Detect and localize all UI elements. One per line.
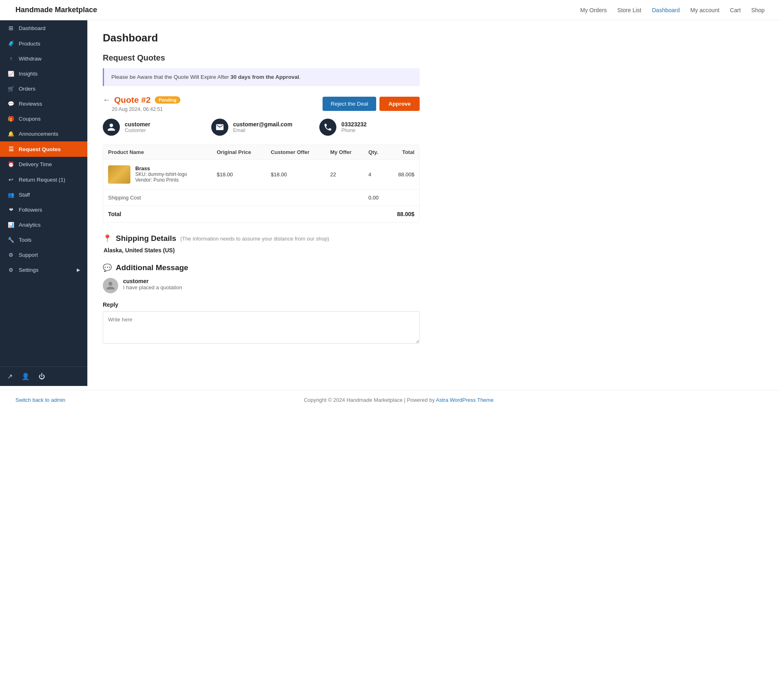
customer-phone-text: 03323232 Phone (341, 121, 366, 133)
dashboard-icon: ⊞ (7, 25, 15, 31)
col-my-offer: My Offer (325, 145, 364, 160)
approve-button[interactable]: Approve (379, 97, 420, 111)
nav-my-account[interactable]: My account (690, 7, 719, 13)
insights-icon: 📈 (7, 71, 15, 77)
tools-icon: 🔧 (7, 237, 15, 243)
header-nav: My Orders Store List Dashboard My accoun… (580, 7, 765, 13)
nav-dashboard[interactable]: Dashboard (652, 7, 680, 13)
sidebar-item-return-request[interactable]: ↩ Return Request (1) (0, 172, 87, 187)
announcements-icon: 🔔 (7, 131, 15, 137)
return-request-icon: ↩ (7, 176, 15, 183)
col-total: Total (388, 145, 419, 160)
sidebar-item-support[interactable]: ⚙ Support (0, 247, 87, 262)
reply-textarea[interactable] (103, 311, 420, 344)
reviews-icon: 💬 (7, 101, 15, 107)
message-author-row: customer I have placed a quotation (103, 278, 420, 293)
orders-icon: 🛒 (7, 86, 15, 92)
page-title: Dashboard (103, 32, 765, 44)
sidebar-item-staff[interactable]: 👥 Staff (0, 187, 87, 202)
back-button[interactable]: ← (103, 96, 110, 104)
shipping-cost-row: Shipping Cost 0.00 (103, 190, 419, 206)
sidebar-item-orders[interactable]: 🛒 Orders (0, 81, 87, 96)
coupons-icon: 🎁 (7, 116, 15, 122)
my-offer-cell: 22 (325, 160, 364, 190)
message-avatar (103, 278, 118, 293)
product-name: Brass (135, 165, 187, 171)
product-details: Brass SKU: dummy-tshirt-logo Vendor: Pun… (135, 165, 187, 183)
reply-section: Reply (103, 301, 420, 345)
shipping-location: Alaska, United States (US) (104, 247, 420, 254)
sidebar-item-products[interactable]: 🧳 Products (0, 36, 87, 51)
support-icon: ⚙ (7, 252, 15, 258)
sidebar-item-announcements[interactable]: 🔔 Announcements (0, 126, 87, 141)
shipping-label: Shipping Cost (103, 190, 364, 206)
shipping-details-section: 📍 Shipping Details (The information need… (103, 234, 420, 254)
message-title: Additional Message (116, 263, 188, 272)
nav-my-orders[interactable]: My Orders (580, 7, 607, 13)
quote-action-buttons: Reject the Deal Approve (323, 97, 420, 111)
sidebar-item-delivery-time[interactable]: ⏰ Delivery Time (0, 157, 87, 172)
request-quotes-panel: Request Quotes Please be Aware that the … (103, 53, 420, 345)
total-label: Total (103, 206, 364, 223)
settings-arrow-icon: ▶ (77, 267, 80, 273)
shipping-heading: 📍 Shipping Details (The information need… (103, 234, 420, 243)
sidebar-item-followers[interactable]: ❤ Followers (0, 202, 87, 217)
col-customer-offer: Customer Offer (266, 145, 325, 160)
quote-title: Quote #2 (114, 95, 151, 105)
message-icon: 💬 (103, 263, 112, 272)
nav-store-list[interactable]: Store List (618, 7, 641, 13)
table-row: Brass SKU: dummy-tshirt-logo Vendor: Pun… (103, 160, 419, 190)
customer-phone-card: 03323232 Phone (319, 119, 420, 136)
shipping-cost-value: 0.00 (364, 190, 419, 206)
sidebar-item-insights[interactable]: 📈 Insights (0, 66, 87, 81)
rq-title: Request Quotes (103, 53, 420, 63)
sidebar-item-coupons[interactable]: 🎁 Coupons (0, 111, 87, 126)
nav-cart[interactable]: Cart (730, 7, 741, 13)
switch-back-admin-link[interactable]: Switch back to admin (15, 397, 65, 403)
customer-email-label: Email (233, 128, 292, 133)
sidebar-item-analytics[interactable]: 📊 Analytics (0, 217, 87, 232)
header: Handmade Marketplace My Orders Store Lis… (0, 0, 780, 20)
withdraw-icon: ↑ (7, 56, 15, 62)
sidebar-bottom: ↗ 👤 ⏻ (0, 366, 87, 386)
customer-phone: 03323232 (341, 121, 366, 128)
nav-shop[interactable]: Shop (751, 7, 765, 13)
original-price-cell: $18.00 (212, 160, 266, 190)
customer-name-text: customer Customer (125, 121, 150, 133)
user-icon[interactable]: 👤 (22, 373, 30, 380)
theme-link[interactable]: Astra WordPress Theme (436, 397, 494, 403)
settings-icon: ⚙ (7, 267, 15, 273)
product-sku: SKU: dummy-tshirt-logo (135, 171, 187, 177)
customer-info-row: customer Customer customer@gmail.com Ema… (103, 119, 420, 136)
reject-deal-button[interactable]: Reject the Deal (323, 97, 376, 111)
power-icon[interactable]: ⏻ (39, 373, 45, 380)
page-body: ⊞ Dashboard 🧳 Products ↑ Withdraw 📈 Insi… (0, 20, 780, 386)
footer: Switch back to admin Copyright © 2024 Ha… (0, 390, 780, 410)
col-original-price: Original Price (212, 145, 266, 160)
sidebar-item-withdraw[interactable]: ↑ Withdraw (0, 51, 87, 66)
message-content: customer I have placed a quotation (123, 278, 182, 290)
customer-email-text: customer@gmail.com Email (233, 121, 292, 133)
followers-icon: ❤ (7, 207, 15, 213)
customer-role: Customer (125, 128, 150, 133)
site-logo: Handmade Marketplace (15, 6, 97, 14)
table-header-row: Product Name Original Price Customer Off… (103, 145, 419, 160)
sidebar-item-settings[interactable]: ⚙ Settings ▶ (0, 262, 87, 277)
quote-header-row: ← Quote #2 Pending 20 Aug 2024, 06:42:51… (103, 95, 420, 112)
customer-phone-label: Phone (341, 128, 366, 133)
rq-notice: Please be Aware that the Quote Will Expi… (103, 68, 420, 86)
sidebar-item-dashboard[interactable]: ⊞ Dashboard (0, 20, 87, 36)
location-icon: 📍 (103, 234, 112, 243)
product-info-cell: Brass SKU: dummy-tshirt-logo Vendor: Pun… (103, 160, 212, 190)
sidebar-item-reviewss[interactable]: 💬 Reviewss (0, 96, 87, 111)
sidebar-item-tools[interactable]: 🔧 Tools (0, 232, 87, 247)
products-icon: 🧳 (7, 40, 15, 47)
external-link-icon[interactable]: ↗ (7, 373, 13, 380)
main-content: Dashboard Request Quotes Please be Aware… (87, 20, 780, 386)
col-qty: Qty. (364, 145, 388, 160)
product-vendor: Vendor: Puno Prints (135, 177, 187, 183)
customer-name-card: customer Customer (103, 119, 203, 136)
qty-cell: 4 (364, 160, 388, 190)
staff-icon: 👥 (7, 192, 15, 198)
sidebar-item-request-quotes[interactable]: ☰ Request Quotes (0, 141, 87, 157)
